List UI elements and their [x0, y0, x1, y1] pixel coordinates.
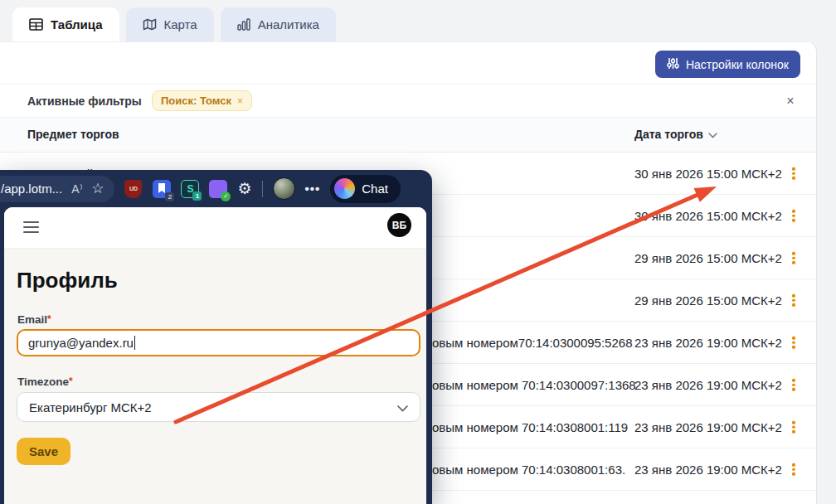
lot-date: 30 янв 2026 15:00 МСК+2	[634, 209, 782, 223]
tab-map[interactable]: Карта	[126, 7, 214, 41]
extensions-puzzle-icon[interactable]: ⚙	[237, 181, 251, 196]
column-settings-button[interactable]: Настройки колонок	[655, 51, 800, 78]
filters-close-icon[interactable]: ×	[781, 92, 800, 110]
browser-profile-avatar[interactable]	[273, 177, 295, 200]
check-badge-icon: ✓	[221, 191, 231, 201]
view-tabbar: Таблица Карта Аналитика	[12, 7, 336, 41]
row-menu-icon[interactable]	[786, 291, 801, 310]
text-cursor	[134, 336, 136, 350]
sort-chevron-down-icon	[708, 128, 717, 141]
active-filters-label: Активные фильтры	[27, 94, 142, 108]
timezone-select[interactable]: Екатеринбург МСК+2	[17, 392, 420, 422]
copilot-icon	[334, 178, 355, 199]
actions-row: Настройки колонок	[0, 42, 816, 84]
lot-subject: овым номером 70:14:0308001:63.	[432, 463, 625, 477]
email-value: grunya@yandex.ru	[28, 336, 134, 350]
column-header-subject: Предмет торгов	[27, 128, 119, 141]
url-text: /app.lotm...	[1, 182, 62, 196]
timezone-value: Екатеринбург МСК+2	[29, 400, 152, 414]
sliders-icon	[667, 57, 679, 72]
lot-subject: овым номером70:14:0300095:5268	[432, 336, 633, 350]
chevron-down-icon	[397, 400, 408, 414]
email-field[interactable]: grunya@yandex.ru	[17, 329, 420, 356]
copilot-chat-button[interactable]: Chat	[330, 175, 401, 203]
page-title: Профиль	[17, 268, 118, 293]
row-menu-icon[interactable]	[786, 333, 801, 352]
lot-subject: овым номером 70:14:0300097:1368	[432, 378, 636, 392]
search-filter-chip[interactable]: Поиск: Томск ×	[152, 90, 252, 111]
filter-chip-label: Поиск: Томск	[161, 94, 231, 107]
chip-close-icon[interactable]: ×	[237, 95, 243, 107]
lot-date: 30 янв 2026 15:00 МСК+2	[634, 167, 782, 181]
lot-date: 23 янв 2026 19:00 МСК+2	[634, 378, 782, 392]
adblock-extension-icon[interactable]: UD	[124, 180, 143, 198]
lot-date: 23 янв 2026 19:00 МСК+2	[634, 463, 782, 477]
lot-date: 23 янв 2026 19:00 МСК+2	[634, 420, 782, 434]
column-header-date[interactable]: Дата торгов	[634, 128, 717, 141]
save-button[interactable]: Save	[17, 438, 70, 465]
text-size-icon[interactable]: A)	[71, 182, 82, 196]
toolbar-divider	[262, 181, 263, 197]
email-label: Email*	[17, 313, 51, 326]
browser-toolbar: /app.lotm... A) ☆ UD 2 S 1 ✓ ⚙ •••	[0, 170, 432, 207]
bar-chart-icon	[237, 18, 250, 31]
lot-date: 23 янв 2026 19:00 МСК+2	[634, 336, 782, 350]
chat-label: Chat	[362, 182, 388, 196]
extension-teal-icon[interactable]: S 1	[181, 180, 199, 198]
user-avatar[interactable]: ВБ	[387, 213, 411, 237]
map-icon	[143, 18, 157, 31]
extension-purple-icon[interactable]: ✓	[209, 180, 227, 198]
table-header-row: Предмет торгов Дата торгов	[0, 118, 816, 153]
tab-table[interactable]: Таблица	[12, 7, 119, 41]
tab-table-label: Таблица	[51, 17, 103, 32]
row-menu-icon[interactable]	[786, 249, 801, 268]
timezone-label: Timezone*	[17, 376, 73, 388]
favorite-star-icon[interactable]: ☆	[91, 182, 104, 196]
browser-menu-icon[interactable]: •••	[305, 182, 321, 196]
active-filters-row: Активные фильтры Поиск: Томск × ×	[0, 84, 816, 118]
profile-page: ВБ Профиль Email* grunya@yandex.ru Timez…	[4, 207, 426, 504]
table-icon	[29, 18, 43, 31]
address-bar[interactable]: /app.lotm... A) ☆	[0, 176, 114, 202]
tab-analytics-label: Аналитика	[258, 17, 319, 32]
required-mark: *	[47, 313, 51, 325]
tab-analytics[interactable]: Аналитика	[221, 7, 336, 41]
lot-date: 29 янв 2026 15:00 МСК+2	[634, 293, 782, 308]
hamburger-menu-icon[interactable]	[23, 221, 39, 233]
browser-window: /app.lotm... A) ☆ UD 2 S 1 ✓ ⚙ •••	[0, 170, 432, 504]
row-menu-icon[interactable]	[786, 418, 801, 437]
row-menu-icon[interactable]	[786, 164, 801, 183]
row-menu-icon[interactable]	[786, 206, 801, 225]
row-menu-icon[interactable]	[786, 460, 801, 479]
lot-date: 29 янв 2026 15:00 МСК+2	[634, 251, 782, 265]
screen: Таблица Карта Аналитика Настройки колоно…	[0, 0, 836, 504]
lot-subject: овым номером 70:14:0308001:119	[432, 420, 628, 434]
extension-blue-icon[interactable]: 2	[153, 180, 171, 198]
tab-map-label: Карта	[164, 17, 197, 32]
row-menu-icon[interactable]	[786, 376, 801, 395]
required-mark: *	[69, 376, 73, 387]
column-settings-label: Настройки колонок	[686, 58, 789, 71]
app-header: ВБ	[4, 207, 426, 249]
